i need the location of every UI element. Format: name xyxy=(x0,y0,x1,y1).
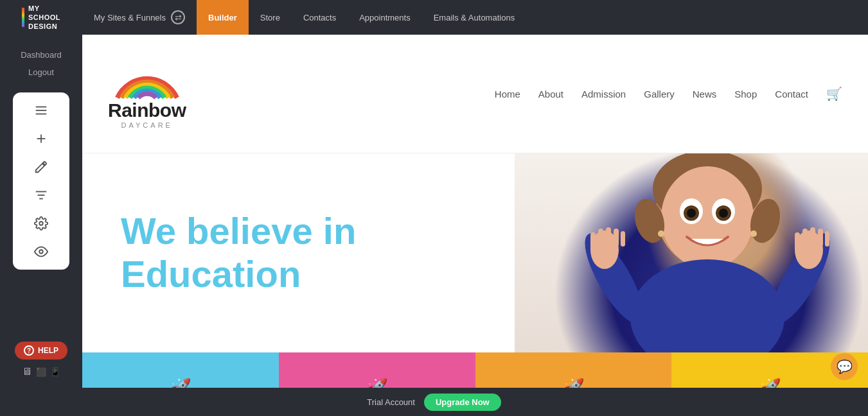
menu-icon[interactable] xyxy=(32,101,50,119)
svg-point-17 xyxy=(687,209,696,218)
svg-point-19 xyxy=(630,259,784,352)
site-header: Rainbow DAYCARE Home About Admission Gal… xyxy=(82,35,868,153)
nav-store[interactable]: Store xyxy=(249,0,292,35)
switch-icon: ⇄ xyxy=(171,10,185,24)
upgrade-button[interactable]: Upgrade Now xyxy=(424,394,501,411)
tablet-icon[interactable]: ⬛ xyxy=(36,367,46,377)
site-sub-name: DAYCARE xyxy=(121,121,173,129)
hero-image xyxy=(515,153,868,352)
site-navigation: Home About Admission Gallery News Shop C… xyxy=(495,86,842,101)
rainbow-icon xyxy=(109,59,186,101)
brand-logo: MY SCHOOL DESIGN xyxy=(0,0,82,35)
top-navigation: MY SCHOOL DESIGN My Sites & Funnels ⇄ Bu… xyxy=(0,0,868,35)
svg-point-37 xyxy=(750,230,757,237)
svg-rect-28 xyxy=(621,231,625,247)
site-nav-shop[interactable]: Shop xyxy=(734,89,757,100)
sidebar-logout[interactable]: Logout xyxy=(23,65,59,80)
svg-rect-27 xyxy=(614,229,619,247)
site-logo: Rainbow DAYCARE xyxy=(108,59,186,129)
sidebar-tools-panel xyxy=(13,92,69,270)
add-icon[interactable] xyxy=(32,130,50,148)
svg-point-18 xyxy=(719,209,728,218)
brand-name: MY SCHOOL DESIGN xyxy=(28,4,60,31)
hero-heading: We believe in Education xyxy=(121,210,356,295)
main-content: Rainbow DAYCARE Home About Admission Gal… xyxy=(82,35,868,416)
svg-point-12 xyxy=(661,166,754,269)
nav-emails[interactable]: Emails & Automations xyxy=(422,0,526,35)
cart-icon[interactable]: 🛒 xyxy=(826,86,842,101)
left-sidebar: Dashboard Logout xyxy=(0,35,82,416)
site-nav-news[interactable]: News xyxy=(693,89,717,100)
top-nav-items: My Sites & Funnels ⇄ Builder Store Conta… xyxy=(82,0,868,35)
svg-rect-32 xyxy=(802,229,808,248)
svg-point-36 xyxy=(658,230,664,237)
svg-rect-26 xyxy=(606,227,611,247)
hero-child-photo xyxy=(515,153,868,352)
child-svg xyxy=(515,153,868,352)
svg-rect-34 xyxy=(818,229,823,247)
filter-icon[interactable] xyxy=(32,186,50,204)
svg-rect-25 xyxy=(598,229,603,248)
sidebar-links: Dashboard Logout xyxy=(15,48,67,80)
svg-rect-33 xyxy=(810,227,815,247)
logo-color-bar xyxy=(22,8,24,27)
site-nav-contact[interactable]: Contact xyxy=(775,89,808,100)
chat-icon: 💬 xyxy=(837,359,853,374)
preview-icon[interactable] xyxy=(32,243,50,261)
trial-text: Trial Account xyxy=(367,397,415,407)
site-nav-about[interactable]: About xyxy=(538,89,563,100)
mobile-icon[interactable]: 📱 xyxy=(50,367,60,377)
svg-rect-31 xyxy=(795,232,800,250)
site-nav-admission[interactable]: Admission xyxy=(581,89,626,100)
desktop-icon[interactable]: 🖥 xyxy=(22,366,32,377)
site-nav-gallery[interactable]: Gallery xyxy=(644,89,675,100)
nav-my-sites[interactable]: My Sites & Funnels ⇄ xyxy=(82,0,197,35)
bottom-bar: Trial Account Upgrade Now xyxy=(0,388,868,416)
sidebar-bottom: ? HELP 🖥 ⬛ 📱 xyxy=(15,342,67,377)
hero-section: We believe in Education xyxy=(82,153,868,352)
nav-appointments[interactable]: Appointments xyxy=(348,0,422,35)
site-nav-home[interactable]: Home xyxy=(495,89,520,100)
sidebar-dashboard[interactable]: Dashboard xyxy=(15,48,67,62)
edit-icon[interactable] xyxy=(32,158,50,176)
chat-button[interactable]: 💬 xyxy=(831,353,858,380)
nav-builder[interactable]: Builder xyxy=(197,0,249,35)
help-question-icon: ? xyxy=(24,345,34,356)
svg-point-9 xyxy=(39,250,43,254)
help-button[interactable]: ? HELP xyxy=(15,342,67,360)
svg-rect-35 xyxy=(825,231,829,247)
device-switcher: 🖥 ⬛ 📱 xyxy=(22,366,60,377)
svg-rect-24 xyxy=(590,232,596,250)
svg-point-8 xyxy=(39,221,43,225)
site-name: Rainbow xyxy=(108,101,186,120)
nav-contacts[interactable]: Contacts xyxy=(292,0,348,35)
settings-icon[interactable] xyxy=(32,214,50,232)
hero-text: We believe in Education xyxy=(82,153,515,352)
